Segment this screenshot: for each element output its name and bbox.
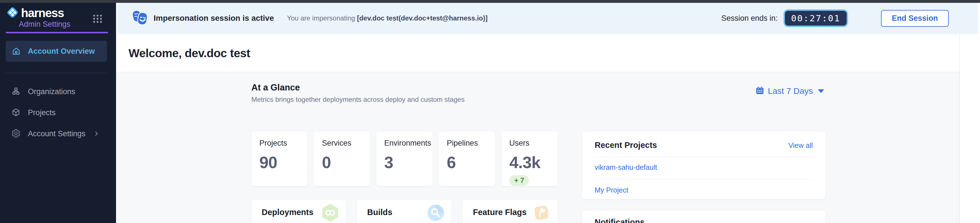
stat-label: Projects: [259, 139, 300, 148]
date-range-filter[interactable]: Last 7 Days: [755, 86, 824, 96]
banner-subtitle-prefix: You are impersonating: [287, 14, 355, 22]
session-timer: 00:27:01: [783, 10, 848, 27]
module-card-title: Feature Flags: [473, 203, 527, 221]
view-all-link[interactable]: View all: [788, 141, 813, 150]
sidebar-item-label: Account Settings: [28, 129, 86, 138]
banner-title: Impersonation session is active: [154, 14, 274, 23]
chevron-right-icon: [93, 130, 100, 137]
stat-card-users: Users 4.3k + 7: [501, 131, 558, 186]
stat-value: 6: [447, 153, 487, 172]
stat-value: 4.3k: [509, 153, 550, 172]
caret-down-icon: [818, 89, 824, 93]
notifications-card: Notifications: [582, 211, 825, 223]
page-title: Welcome, dev.doc test: [129, 47, 250, 60]
harness-logo-icon: [6, 6, 19, 21]
users-delta-badge: + 7: [509, 175, 529, 186]
theater-masks-icon: [131, 10, 149, 27]
stat-card-projects: Projects 90: [251, 131, 308, 186]
stat-card-pipelines: Pipelines 6: [439, 131, 495, 186]
session-ends-label: Session ends in:: [721, 14, 778, 23]
at-a-glance-title: At a Glance: [251, 83, 300, 93]
stat-card-services: Services 0: [314, 131, 370, 186]
stat-value: 3: [384, 153, 425, 172]
organizations-icon: [11, 87, 21, 96]
banner-subtitle: You are impersonating [dev.doc test(dev.…: [287, 14, 487, 22]
module-card-deployments[interactable]: Deployments: [251, 200, 346, 223]
module-card-title: Deployments: [262, 203, 313, 221]
project-link[interactable]: My Project: [595, 186, 825, 194]
stat-label: Users: [509, 139, 550, 148]
harness-logo-text: harness: [21, 6, 64, 20]
sidebar-item-organizations[interactable]: Organizations: [6, 81, 107, 102]
stat-label: Environments: [384, 139, 425, 148]
feature-flags-icon: [533, 203, 550, 223]
recent-projects-title: Recent Projects: [595, 140, 657, 150]
module-card-builds[interactable]: Builds: [357, 200, 452, 223]
stat-label: Pipelines: [447, 139, 487, 148]
sidebar-item-account-overview[interactable]: Account Overview: [6, 41, 107, 62]
projects-cube-icon: [11, 108, 21, 118]
sidebar-item-label: Account Overview: [28, 47, 95, 56]
notifications-title: Notifications: [595, 218, 813, 223]
sidebar-item-projects[interactable]: Projects: [6, 102, 107, 123]
date-range-label: Last 7 Days: [768, 86, 813, 96]
builds-icon: [427, 203, 444, 223]
recent-projects-card: Recent Projects View all vikram-sahu-def…: [582, 131, 825, 199]
sidebar-underline: [6, 32, 108, 33]
sidebar-divider: [5, 73, 108, 73]
deployments-icon: [321, 203, 339, 223]
sidebar-item-label: Organizations: [28, 87, 75, 96]
sidebar-subtitle: Admin Settings: [19, 20, 70, 29]
gear-icon: [11, 129, 21, 139]
window-top-strip: [0, 0, 980, 3]
stat-label: Services: [322, 139, 362, 148]
app-launcher-grid-icon[interactable]: [93, 14, 102, 23]
divider: [593, 157, 814, 157]
impersonation-banner: Impersonation session is active You are …: [117, 2, 978, 34]
at-a-glance-subtitle: Metrics brings together deployments acro…: [251, 96, 465, 104]
end-session-button[interactable]: End Session: [881, 10, 949, 27]
module-card-feature-flags[interactable]: Feature Flags: [463, 200, 558, 223]
module-card-title: Builds: [367, 203, 393, 221]
sidebar: harness Admin Settings Account Overview: [0, 0, 116, 223]
scrollbar-gutter: [959, 34, 980, 223]
stat-value: 0: [322, 153, 362, 172]
stat-card-environments: Environments 3: [376, 131, 433, 186]
impersonated-user: [dev.doc test(dev.doc+test@harness.io)]: [357, 14, 487, 22]
calendar-icon: [755, 86, 764, 96]
stat-value: 90: [259, 153, 300, 172]
page-header: Welcome, dev.doc test: [116, 34, 959, 72]
sidebar-item-account-settings[interactable]: Account Settings: [6, 123, 107, 144]
sidebar-item-label: Projects: [28, 108, 56, 117]
project-link[interactable]: vikram-sahu-default: [595, 163, 825, 172]
harness-logo: harness: [6, 6, 64, 21]
home-icon: [11, 46, 21, 56]
